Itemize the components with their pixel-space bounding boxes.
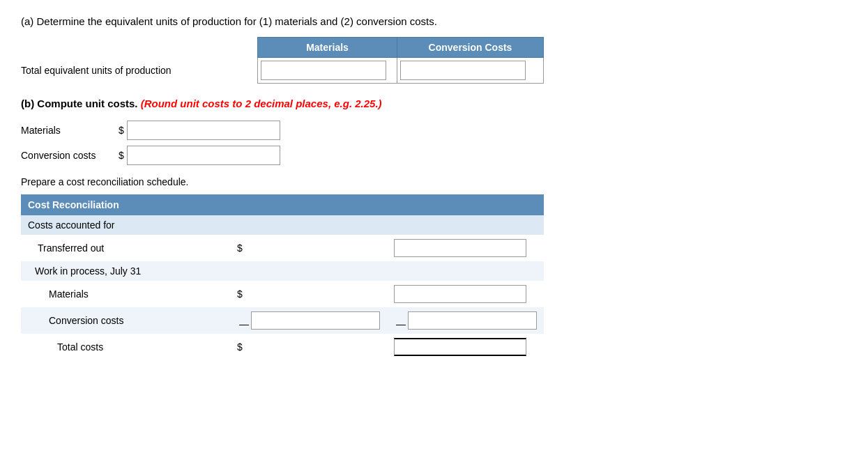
total-costs-input[interactable] <box>394 338 526 356</box>
total-dollar: $ <box>237 341 243 353</box>
transferred-dollar: $ <box>237 242 243 254</box>
part-b-prefix: (b) Compute unit costs. <box>21 98 138 109</box>
cost-recon-header-row: Cost Reconciliation <box>21 194 544 215</box>
wip-conversion-row: Conversion costs — — <box>21 307 544 334</box>
wip-materials-row: Materials $ <box>21 281 544 307</box>
total-costs-row: Total costs $ <box>21 334 544 360</box>
materials-dollar-sign: $ <box>119 125 124 136</box>
part-b-note: (Round unit costs to 2 decimal places, e… <box>138 98 382 109</box>
total-equiv-units-label: Total equivalent units of production <box>21 58 258 84</box>
wip-row: Work in process, July 31 <box>21 261 544 281</box>
conversion-cost-input[interactable] <box>127 146 280 165</box>
cost-reconciliation-table: Cost Reconciliation Costs accounted for … <box>21 194 544 360</box>
wip-materials-input[interactable] <box>394 285 526 303</box>
transferred-out-input[interactable] <box>394 239 526 257</box>
conversion-dash-left: — <box>239 318 249 330</box>
total-equiv-conversion-input[interactable] <box>400 61 526 80</box>
total-equiv-materials-input[interactable] <box>261 61 386 80</box>
prepare-text: Prepare a cost reconciliation schedule. <box>21 176 847 187</box>
wip-materials-label: Materials <box>21 281 230 307</box>
part-b-title: (b) Compute unit costs. (Round unit cost… <box>21 96 847 111</box>
transferred-out-label: Transferred out <box>21 235 230 261</box>
materials-cost-label: Materials <box>21 125 119 136</box>
wip-materials-dollar: $ <box>237 288 243 300</box>
costs-accounted-row: Costs accounted for <box>21 215 544 235</box>
total-costs-label: Total costs <box>21 334 230 360</box>
materials-cost-row: Materials $ <box>21 121 847 140</box>
conversion-header: Conversion Costs <box>397 38 544 58</box>
wip-conversion-input2[interactable] <box>408 311 537 330</box>
wip-conversion-input1[interactable] <box>251 311 380 330</box>
part-a-table: Materials Conversion Costs Total equival… <box>21 37 544 84</box>
wip-conversion-label: Conversion costs <box>21 307 230 334</box>
materials-header: Materials <box>258 38 397 58</box>
conversion-cost-row: Conversion costs $ <box>21 146 847 165</box>
part-a-title: (a) Determine the equivalent units of pr… <box>21 14 847 29</box>
costs-accounted-label: Costs accounted for <box>21 215 544 235</box>
part-b-section: (b) Compute unit costs. (Round unit cost… <box>21 96 847 165</box>
conversion-dollar-sign: $ <box>119 150 124 161</box>
conversion-cost-label: Conversion costs <box>21 150 119 161</box>
transferred-out-row: Transferred out $ <box>21 235 544 261</box>
conversion-dash-right: — <box>396 318 406 330</box>
cost-recon-header: Cost Reconciliation <box>21 194 544 215</box>
materials-cost-input[interactable] <box>127 121 280 140</box>
wip-label: Work in process, July 31 <box>21 261 544 281</box>
